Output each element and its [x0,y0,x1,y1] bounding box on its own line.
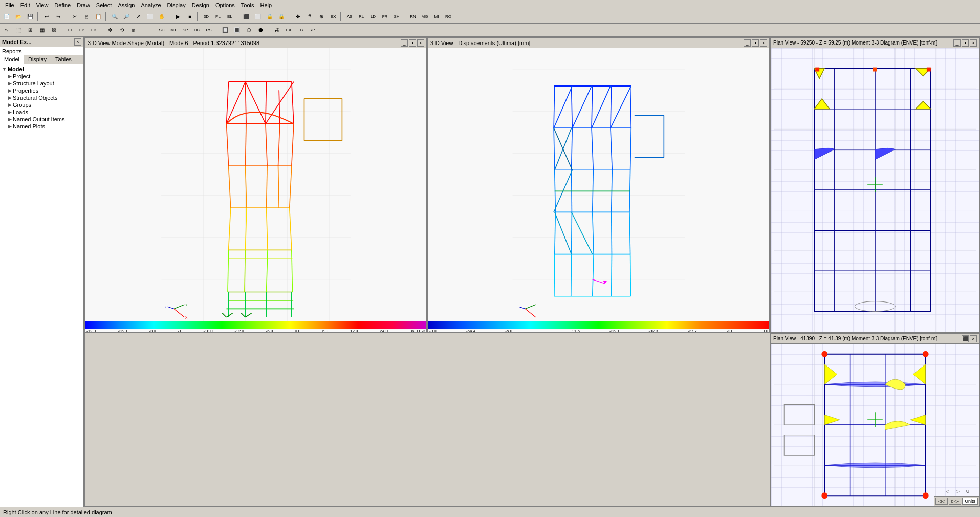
menu-define[interactable]: Define [51,1,74,9]
tb2-move[interactable]: ✥ [104,25,116,36]
tb2-delete[interactable]: 🗑 [128,25,139,36]
view3-close[interactable]: × [970,39,977,47]
tb2-hinge[interactable]: HG [191,25,203,36]
tb-zoom-in[interactable]: 🔍 [109,11,120,23]
tree-properties[interactable]: ▶ Properties [1,87,82,94]
tb2-export[interactable]: EX [283,25,294,36]
tb-stop[interactable]: ■ [184,11,195,23]
tree-structure-layout[interactable]: ▶ Structure Layout [1,80,82,87]
tb2-ext3[interactable]: E3 [88,25,99,36]
view1-restore[interactable]: ▪ [409,39,416,47]
tb-grid[interactable]: # [304,11,315,23]
menu-select[interactable]: Select [93,1,115,9]
tb-rotate[interactable]: RO [443,11,454,23]
btn-prev[interactable]: ◁◁ [935,498,948,505]
tb-redo[interactable]: ↪ [53,11,64,23]
tb-elev[interactable]: EL [224,11,235,23]
tab-display[interactable]: Display [24,55,51,64]
tb2-resize[interactable]: ⟲ [116,25,127,36]
tb-open[interactable]: 📂 [13,11,24,23]
tb-unlock[interactable]: 🔓 [276,11,287,23]
tb2-pointer[interactable]: ↖ [1,25,12,36]
tb-undo[interactable]: ↩ [41,11,52,23]
menu-options[interactable]: Options [212,1,238,9]
tb-merge[interactable]: MG [419,11,430,23]
tb-zoom-full[interactable]: ⤢ [133,11,144,23]
view3-minimize[interactable]: _ [953,39,961,47]
menu-design[interactable]: Design [189,1,212,9]
tb2-link[interactable]: ⛓ [48,25,59,36]
tb2-ext2[interactable]: E2 [76,25,88,36]
tree-project[interactable]: ▶ Project [1,73,82,80]
tb-new[interactable]: 📄 [1,11,12,23]
tb-snap[interactable]: ✤ [292,11,303,23]
view2-restore[interactable]: ▪ [752,39,759,47]
tb-select-all[interactable]: ⬛ [241,11,252,23]
tb-renumber[interactable]: RN [407,11,419,23]
view3-content[interactable] [771,48,979,332]
tb-cut[interactable]: ✂ [69,11,80,23]
tb-extrude[interactable]: EX [328,11,339,23]
tb2-table[interactable]: TB [295,25,306,36]
tab-tables[interactable]: Tables [51,55,76,64]
view4-close2[interactable]: × [970,335,977,342]
view1-close[interactable]: × [417,39,424,47]
panel-close[interactable]: × [74,38,81,46]
btn-next[interactable]: ▷▷ [949,498,961,505]
tb-zoom-window[interactable]: ⬜ [144,11,156,23]
tb-shells[interactable]: SH [391,11,402,23]
view3-restore[interactable]: ▪ [962,39,969,47]
tree-groups[interactable]: ▶ Groups [1,101,82,109]
tb-3d[interactable]: 3D [201,11,212,23]
tb-assign[interactable]: AS [344,11,355,23]
tb-run[interactable]: ▶ [172,11,184,23]
menu-analyze[interactable]: Analyze [138,1,164,9]
tb-pan[interactable]: ✋ [156,11,167,23]
tb2-rubber[interactable]: ⬚ [13,25,24,36]
view2-minimize[interactable]: _ [744,39,751,47]
tb2-spring[interactable]: SP [180,25,191,36]
tb-loads[interactable]: LD [367,11,379,23]
menu-tools[interactable]: Tools [238,1,257,9]
tb2-frame[interactable]: ⊞ [25,25,36,36]
tb-plan[interactable]: PL [212,11,224,23]
tb-save[interactable]: 💾 [25,11,36,23]
tab-model[interactable]: Model [0,55,24,64]
view4-content[interactable]: ◁ ▷ U ◁◁ ▷▷ Units [771,344,979,506]
tb-zoom-out[interactable]: 🔎 [121,11,132,23]
view1-content[interactable]: Y X Z -12.0-36.0-3.0-1-18.0-12.0-6.00.06… [85,48,426,332]
menu-view[interactable]: View [33,1,52,9]
menu-assign[interactable]: Assign [115,1,138,9]
tree-structural-objects[interactable]: ▶ Structural Objects [1,94,82,101]
view2-content[interactable]: -0.0-54.4-5.011.5-36.9-32.3-27.7-210.0 [428,48,769,332]
tb2-section[interactable]: SC [156,25,167,36]
tb-paste[interactable]: 📋 [93,11,104,23]
tb2-view1[interactable]: 🔲 [220,25,231,36]
menu-edit[interactable]: Edit [17,1,33,9]
tb2-ext1[interactable]: E1 [64,25,76,36]
tb2-divide[interactable]: ÷ [140,25,151,36]
tree-named-plots[interactable]: ▶ Named Plots [1,123,82,130]
menu-help[interactable]: Help [257,1,275,9]
tb-deselect[interactable]: ⬜ [252,11,264,23]
tb2-shell[interactable]: ▦ [36,25,48,36]
tb2-view2[interactable]: 🔳 [231,25,243,36]
tree-loads[interactable]: ▶ Loads [1,109,82,116]
tb2-wireframe[interactable]: ⬢ [255,25,266,36]
tree-root-model[interactable]: ▼ Model [1,66,82,73]
view1-minimize[interactable]: _ [401,39,408,47]
tree-named-output[interactable]: ▶ Named Output Items [1,116,82,123]
tb-frames[interactable]: FR [379,11,390,23]
tb-lock[interactable]: 🔒 [264,11,275,23]
tb-mirror[interactable]: MI [431,11,442,23]
tb2-material[interactable]: MT [168,25,179,36]
tb-release[interactable]: RL [356,11,367,23]
tb-copy[interactable]: ⎘ [81,11,92,23]
menu-file[interactable]: File [2,1,17,9]
view4-close1[interactable]: ⬛ [962,335,969,342]
menu-display[interactable]: Display [164,1,189,9]
tb2-restraint[interactable]: RS [203,25,214,36]
view2-close[interactable]: × [760,39,767,47]
tb-axis[interactable]: ⊕ [316,11,327,23]
menu-draw[interactable]: Draw [74,1,93,9]
